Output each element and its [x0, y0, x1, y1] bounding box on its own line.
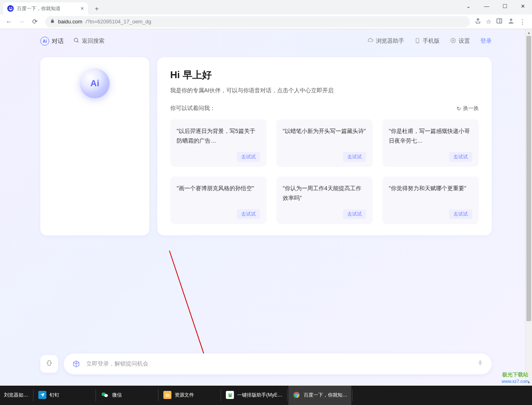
tab-close-icon[interactable]: ×: [81, 5, 84, 12]
reload-button[interactable]: ⟳: [29, 16, 40, 27]
suggestion-cards: "以后羿逐日为背景，写5篇关于防晒霜的广告…去试试 "以蜡笔小新为开头写一篇藏头…: [170, 119, 479, 224]
window-controls: ⌄ — ☐ ✕: [459, 0, 532, 12]
refresh-button[interactable]: ↻ 换一换: [457, 105, 479, 112]
page-header: Ai 对话 返回搜索 浏览器助手 手机版: [0, 29, 532, 53]
svg-point-21: [296, 394, 297, 396]
svg-point-12: [453, 40, 454, 42]
taskbar-item[interactable]: 一键排版助手(MyE…: [222, 386, 286, 405]
svg-point-0: [9, 7, 10, 8]
taskbar-item[interactable]: 资源文件: [159, 386, 220, 405]
svg-rect-15: [479, 360, 481, 364]
svg-line-9: [77, 41, 78, 42]
folder-icon: [163, 391, 171, 399]
minimize-button[interactable]: —: [478, 0, 496, 12]
greeting-title: Hi 早上好: [170, 69, 479, 81]
svg-point-2: [8, 8, 10, 10]
scroll-thumb[interactable]: [526, 36, 531, 321]
back-search-label: 返回搜索: [82, 37, 104, 45]
prompt-label: 你可以试着问我：: [170, 105, 215, 112]
svg-point-13: [451, 38, 455, 43]
profile-icon[interactable]: [507, 17, 515, 26]
browser-helper-link[interactable]: 浏览器助手: [367, 37, 404, 45]
maximize-button[interactable]: ☐: [496, 0, 514, 12]
new-tab-button[interactable]: +: [91, 3, 102, 15]
back-button[interactable]: ←: [3, 16, 15, 27]
ai-orb-icon[interactable]: Ai: [80, 69, 110, 98]
taskbar-item[interactable]: 微信: [97, 386, 157, 405]
gear-icon: [450, 37, 456, 45]
chat-input-area: 立即登录，解锁提问机会: [40, 353, 492, 374]
close-button[interactable]: ✕: [514, 0, 532, 12]
greeting-subtitle: 我是你的专属AI伙伴，可以与你语音对话，点击个人中心立即开启: [170, 87, 479, 94]
wechat-icon: [101, 391, 109, 399]
taskbar-item[interactable]: 百度一下，你就知…: [288, 386, 351, 405]
taskbar: 刘览器如… 钉钉 微信 资源文件 一键排版助手(MyE… 百度一下，你就知…: [0, 386, 532, 405]
forward-button[interactable]: →: [16, 16, 27, 27]
page-content: Ai 对话 返回搜索 浏览器助手 手机版: [0, 29, 532, 386]
baidu-favicon-icon: [7, 5, 14, 12]
url-domain: baidu.com: [58, 19, 82, 25]
suggestion-card[interactable]: "以后羿逐日为背景，写5篇关于防晒霜的广告…去试试: [170, 119, 267, 167]
cube-icon: [72, 359, 81, 368]
main-card: Hi 早上好 我是你的专属AI伙伴，可以与你语音对话，点击个人中心立即开启 你可…: [157, 57, 492, 235]
app-icon: [226, 391, 234, 399]
try-button[interactable]: 去试试: [449, 209, 472, 219]
address-bar: ← → ⟳ baidu.com/?tn=62095104_17_oem_dg ☆…: [0, 15, 532, 29]
svg-point-3: [11, 8, 13, 10]
share-icon[interactable]: [475, 18, 481, 25]
chat-tab[interactable]: Ai 对话: [40, 37, 64, 46]
try-button[interactable]: 去试试: [343, 209, 366, 219]
svg-point-7: [510, 19, 512, 21]
suggestion-card[interactable]: "你认为一周工作4天能提高工作效率吗"去试试: [276, 177, 373, 224]
phone-icon: [415, 38, 420, 45]
sidebar: Ai: [40, 57, 149, 235]
vertical-scrollbar[interactable]: ▴ ▾: [525, 29, 532, 386]
plugin-icon: [46, 359, 53, 369]
try-button[interactable]: 去试试: [237, 209, 260, 219]
tab-bar: 百度一下，你就知道 × +: [0, 0, 532, 15]
try-button[interactable]: 去试试: [237, 152, 260, 162]
tab-title: 百度一下，你就知道: [17, 5, 61, 12]
dingtalk-icon: [38, 391, 46, 399]
chrome-icon: [292, 391, 300, 399]
cloud-icon: [367, 37, 373, 45]
svg-point-8: [74, 38, 78, 42]
search-icon: [73, 37, 79, 45]
lock-icon: [50, 19, 55, 25]
try-button[interactable]: 去试试: [343, 152, 366, 162]
browser-tab[interactable]: 百度一下，你就知道 ×: [3, 2, 88, 15]
scroll-up-icon[interactable]: ▴: [526, 29, 532, 36]
panel-icon[interactable]: [496, 18, 503, 25]
svg-point-17: [104, 394, 108, 397]
taskbar-item[interactable]: 钉钉: [34, 386, 95, 405]
try-button[interactable]: 去试试: [449, 152, 472, 162]
url-path: /?tn=62095104_17_oem_dg: [86, 19, 151, 25]
chat-input[interactable]: 立即登录，解锁提问机会: [64, 353, 492, 374]
chat-tab-label: 对话: [52, 37, 64, 45]
plugin-button[interactable]: [40, 355, 58, 373]
menu-icon[interactable]: ⋮: [519, 18, 526, 25]
input-placeholder: 立即登录，解锁提问机会: [86, 360, 477, 368]
mic-icon[interactable]: [477, 359, 484, 368]
svg-rect-5: [497, 19, 502, 23]
suggestion-card[interactable]: "你觉得努力和天赋哪个更重要"去试试: [382, 177, 479, 224]
refresh-icon: ↻: [457, 106, 461, 112]
ai-badge-icon: Ai: [40, 37, 49, 46]
settings-link[interactable]: 设置: [450, 37, 470, 45]
login-link[interactable]: 登录: [480, 37, 492, 45]
taskbar-item[interactable]: 刘览器如…: [0, 386, 32, 405]
window-dropdown-icon[interactable]: ⌄: [459, 0, 478, 12]
url-input[interactable]: baidu.com/?tn=62095104_17_oem_dg: [45, 16, 470, 27]
svg-point-4: [10, 8, 12, 10]
star-icon[interactable]: ☆: [486, 18, 491, 25]
suggestion-card[interactable]: "画一个赛博朋克风格的孙悟空"去试试: [170, 177, 267, 224]
svg-point-1: [11, 7, 12, 8]
mobile-link[interactable]: 手机版: [415, 37, 440, 45]
suggestion-card[interactable]: "以蜡笔小新为开头写一篇藏头诗"去试试: [276, 119, 373, 167]
back-to-search[interactable]: 返回搜索: [73, 37, 104, 45]
watermark: 极光下载站 www.xz7.com: [502, 372, 529, 384]
suggestion-card[interactable]: "你是杜甫，写一篇感慨快递小哥日夜辛劳七…去试试: [382, 119, 479, 167]
